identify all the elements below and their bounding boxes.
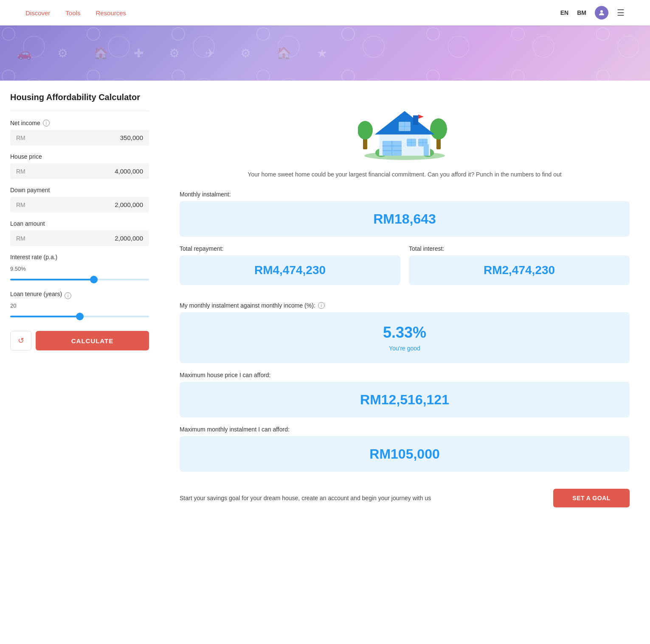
max-monthly-instalment-label: Maximum monthly instalment I can afford: [180,426,630,433]
max-house-price-value: RM12,516,121 [360,392,449,408]
star-icon: ★ [317,46,327,60]
left-panel: Housing Affordability Calculator Net inc… [0,81,159,644]
down-payment-prefix: RM [16,202,25,208]
user-icon[interactable] [595,6,608,20]
total-repayment-box: RM4,474,230 [180,255,400,285]
loan-amount-value: 2,000,000 [29,235,143,242]
house-price-prefix: RM [16,168,25,175]
percentage-status: You're good [389,345,420,352]
total-repayment-value: RM4,474,230 [254,263,326,277]
house-price-field: House price RM 4,000,000 [10,153,149,179]
loan-tenure-label: Loan tenure (years) [10,291,62,297]
main-content: Housing Affordability Calculator Net inc… [0,81,650,644]
set-goal-button[interactable]: SET A GOAL [553,489,630,507]
net-income-input[interactable]: RM 350,000 [10,130,149,146]
interest-rate-value: 9.50% [10,266,149,272]
svg-point-5 [430,118,447,140]
nav-discover[interactable]: Discover [25,9,50,17]
loan-amount-field: Loan amount RM 2,000,000 [10,220,149,246]
divider [10,111,149,111]
hamburger-icon[interactable]: ☰ [617,8,625,18]
net-income-value: 350,000 [29,134,143,141]
loan-tenure-group: Loan tenure (years) i 20 [10,291,149,319]
down-payment-value: 2,000,000 [29,201,143,208]
net-income-info-icon[interactable]: i [43,120,50,126]
loan-amount-input[interactable]: RM 2,000,000 [10,230,149,246]
total-interest-label: Total interest: [409,245,630,252]
banner-icons: 🚗 ⚙ 🏠 ✚ ⚙ ✈ ⚙ 🏠 ★ [0,25,650,81]
hero-banner: 🚗 ⚙ 🏠 ✚ ⚙ ✈ ⚙ 🏠 ★ [0,25,650,81]
plus-icon: ✚ [134,46,144,60]
max-house-price-box: RM12,516,121 [180,382,630,417]
interest-rate-label: Interest rate (p.a.) [10,254,57,260]
house-illustration [180,94,630,160]
button-row: ↺ CALCULATE [10,331,149,350]
cta-text: Start your savings goal for your dream h… [180,493,543,503]
total-repayment-label: Total repayment: [180,245,400,252]
house-price-value: 4,000,000 [29,168,143,175]
net-income-field: Net income i RM 350,000 [10,120,149,146]
calculate-button[interactable]: CALCULATE [36,331,149,350]
loan-tenure-info-icon[interactable]: i [65,292,71,299]
monthly-instalment-box: RM18,643 [180,201,630,237]
house2-icon: 🏠 [276,46,291,60]
monthly-instalment-value: RM18,643 [373,211,436,227]
svg-rect-24 [424,144,429,156]
down-payment-input[interactable]: RM 2,000,000 [10,197,149,213]
plane-icon: ✈ [205,46,215,60]
nav-resources[interactable]: Resources [96,9,126,17]
percentage-value: 5.33% [383,324,426,342]
nav-links: Discover Tools Resources [25,9,126,17]
net-income-prefix: RM [16,134,25,141]
loan-amount-label: Loan amount [10,220,149,227]
house-price-label: House price [10,153,149,160]
gear2-icon: ⚙ [169,46,180,60]
total-interest-col: Total interest: RM2,474,230 [409,245,630,294]
lang-en[interactable]: EN [560,9,568,16]
tagline: Your home sweet home could be your large… [180,170,630,179]
house-svg [358,94,451,160]
reset-button[interactable]: ↺ [10,331,31,350]
reset-icon: ↺ [18,336,24,345]
max-monthly-instalment-box: RM105,000 [180,436,630,472]
loan-amount-prefix: RM [16,235,25,242]
interest-rate-slider[interactable] [10,279,149,280]
loan-tenure-slider[interactable] [10,316,149,317]
nav-right: EN BM ☰ [560,6,625,20]
gear3-icon: ⚙ [240,46,251,60]
down-payment-label: Down payment [10,187,149,193]
svg-marker-13 [418,115,424,119]
gear-icon: ⚙ [57,46,68,60]
calculator-title: Housing Affordability Calculator [10,92,149,102]
svg-point-0 [600,10,603,13]
interest-rate-label-row: Interest rate (p.a.) [10,254,149,264]
bottom-cta: Start your savings goal for your dream h… [180,480,630,507]
loan-tenure-label-row: Loan tenure (years) i [10,291,149,301]
net-income-label: Net income i [10,120,149,126]
interest-rate-group: Interest rate (p.a.) 9.50% [10,254,149,282]
monthly-against-income-info-icon[interactable]: i [318,302,325,309]
car-icon: 🚗 [17,46,32,60]
monthly-against-income-label: My monthly instalment against monthly in… [180,302,630,309]
navbar: Discover Tools Resources EN BM ☰ [0,0,650,25]
svg-rect-12 [413,115,418,125]
lang-bm[interactable]: BM [577,9,586,16]
nav-tools[interactable]: Tools [65,9,80,17]
monthly-instalment-label: Monthly instalment: [180,191,630,198]
total-interest-value: RM2,474,230 [484,263,555,277]
down-payment-field: Down payment RM 2,000,000 [10,187,149,213]
totals-row: Total repayment: RM4,474,230 Total inter… [180,245,630,294]
total-interest-box: RM2,474,230 [409,255,630,285]
svg-point-3 [358,121,373,140]
percentage-box: 5.33% You're good [180,312,630,363]
house-price-input[interactable]: RM 4,000,000 [10,163,149,179]
max-monthly-instalment-value: RM105,000 [369,446,439,462]
loan-tenure-value: 20 [10,302,149,309]
total-repayment-col: Total repayment: RM4,474,230 [180,245,400,294]
house-icon: 🏠 [93,46,108,60]
right-panel: Your home sweet home could be your large… [159,81,650,644]
max-house-price-label: Maximum house price I can afford: [180,372,630,378]
